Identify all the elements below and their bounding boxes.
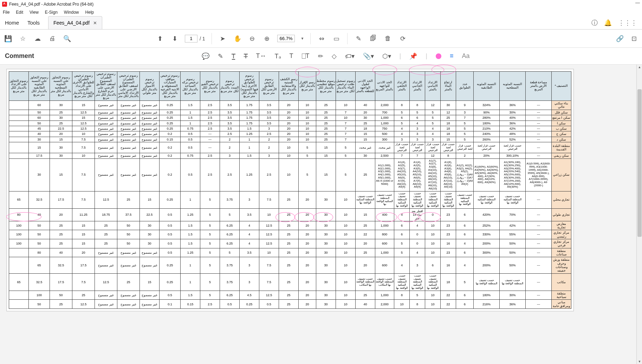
- attach-icon[interactable]: 📎▾: [363, 52, 374, 60]
- table-cell: [9, 131, 29, 137]
- pointer-icon[interactable]: ➤: [218, 34, 227, 43]
- row-category: سكن ا مرتفع: [552, 115, 571, 121]
- insert-text-icon[interactable]: Tₐ: [275, 52, 281, 60]
- apps-grid-icon[interactable]: ⋮⋮⋮: [618, 19, 637, 27]
- table-cell: 25: [50, 239, 72, 248]
- vertical-scrollbar[interactable]: ▲ ▼: [636, 65, 642, 364]
- save-icon[interactable]: 💾: [4, 34, 13, 43]
- rotate-icon[interactable]: ⟳: [398, 34, 407, 43]
- window-title-bar: Fees_A4_04.pdf - Adobe Acrobat Pro (64-b…: [0, 0, 642, 8]
- menu-window[interactable]: Window: [64, 10, 79, 15]
- table-cell: 12.5: [95, 191, 117, 208]
- table-cell: 4: [394, 126, 410, 131]
- table-cell: 2.5: [200, 300, 220, 309]
- scroll-up-icon[interactable]: ▲: [637, 65, 642, 69]
- strikethrough-icon[interactable]: T̶: [244, 52, 248, 60]
- row-category: منطقة صناعات: [552, 248, 571, 257]
- table-cell: 3: [410, 257, 425, 273]
- table-cell: 48%: [500, 131, 526, 137]
- zoom-out-icon[interactable]: ⊖: [248, 34, 257, 43]
- menu-file[interactable]: File: [3, 10, 9, 15]
- zoom-in-icon[interactable]: ⊕: [262, 34, 272, 43]
- help-icon[interactable]: ⓘ: [591, 19, 598, 27]
- file-tab[interactable]: Fees_A4_04.pdf ✕: [48, 16, 102, 29]
- table-cell: 40: [29, 208, 50, 221]
- note-icon[interactable]: 💬: [202, 52, 209, 60]
- organize-icon[interactable]: 🗐: [369, 34, 378, 43]
- table-cell: 5: [410, 291, 425, 300]
- star-icon[interactable]: ☆: [18, 34, 27, 43]
- cloud-icon[interactable]: ☁: [33, 34, 42, 43]
- table-cell: غير محدد: [356, 142, 375, 153]
- row-category: تجاري طولي: [552, 208, 571, 221]
- pdf-app-icon: [2, 2, 7, 7]
- row-category: سكن قلل: [552, 110, 571, 115]
- table-cell: 5: [336, 142, 356, 153]
- fit-width-icon[interactable]: ⇔: [317, 34, 326, 43]
- scrollbar-thumb[interactable]: [637, 89, 642, 237]
- underline-icon[interactable]: T̲: [232, 52, 235, 60]
- table-cell: 2.5: [200, 158, 220, 191]
- table-cell: 20: [299, 221, 316, 230]
- tab-home[interactable]: Home: [5, 20, 19, 26]
- col-header: الارتداد الخلفي بالمتر: [394, 72, 410, 101]
- replace-text-icon[interactable]: T↔: [256, 52, 266, 60]
- menu-edit[interactable]: Edit: [16, 10, 23, 15]
- hand-icon[interactable]: ✋: [233, 34, 242, 43]
- highlight-icon[interactable]: ✎: [218, 52, 223, 60]
- tab-tools[interactable]: Tools: [27, 20, 40, 26]
- page-input[interactable]: [185, 35, 197, 43]
- table-cell: غير مسموح: [117, 153, 140, 158]
- sign-icon[interactable]: ✎: [354, 34, 363, 43]
- search-icon[interactable]: 🔍: [63, 34, 72, 43]
- menu-esign[interactable]: E-Sign: [45, 10, 58, 15]
- table-cell: 5: [456, 273, 474, 291]
- share-icon[interactable]: 🔗: [615, 34, 624, 43]
- table-cell: 22.5: [140, 208, 160, 221]
- col-header: رسوم ترخيص القبو بالدينار لكل متر مربع: [200, 72, 220, 101]
- font-icon[interactable]: Aa: [462, 52, 469, 60]
- pencil-icon[interactable]: ✏: [318, 52, 323, 60]
- eraser-icon[interactable]: ◇: [332, 52, 337, 60]
- table-cell: 10: [299, 126, 316, 131]
- table-cell: حسب تصنيف المنطقة السكنيه الواقعة بها: [375, 191, 394, 208]
- table-cell: ---: [526, 153, 552, 158]
- bell-icon[interactable]: 🔔: [604, 19, 612, 27]
- col-header: مساحة قطعة الأرض بالمتر المربع: [526, 72, 552, 101]
- table-cell: 7.5: [259, 273, 279, 291]
- zoom-value[interactable]: 66.7%: [277, 35, 295, 42]
- scroll-down-icon[interactable]: ▼: [637, 360, 642, 363]
- table-cell: ---: [526, 121, 552, 126]
- table-cell: 1.75: [240, 115, 259, 121]
- menu-help[interactable]: Help: [85, 10, 94, 15]
- stamp-icon[interactable]: 🏷▾: [345, 52, 355, 60]
- trash-icon[interactable]: 🗑: [383, 34, 393, 43]
- page-down-icon[interactable]: ⬇: [170, 34, 179, 43]
- stroke-icon[interactable]: ≡: [450, 52, 454, 60]
- more-icon[interactable]: ⊡: [629, 34, 638, 43]
- textbox-icon[interactable]: ⎕T: [302, 52, 310, 60]
- pin-icon[interactable]: 📌: [409, 52, 417, 60]
- shapes-icon[interactable]: ⬡▾: [382, 52, 391, 60]
- table-cell: 30: [441, 101, 456, 110]
- page-layout-icon[interactable]: ▭: [332, 34, 341, 43]
- table-cell: 15: [72, 115, 95, 121]
- table-cell: غير مسموح: [117, 257, 140, 273]
- document-viewport[interactable]: التصنيف *مساحة قطعة الأرض بالمتر المربعا…: [0, 65, 642, 364]
- table-cell: 50: [29, 300, 50, 309]
- table-cell: غير مسموح: [117, 115, 140, 121]
- menu-view[interactable]: View: [30, 10, 39, 15]
- table-cell: 30: [316, 291, 336, 300]
- page-up-icon[interactable]: ⬆: [155, 34, 164, 43]
- text-icon[interactable]: T: [290, 52, 293, 60]
- table-cell: 10: [394, 300, 410, 309]
- color-swatch[interactable]: [436, 53, 441, 59]
- print-icon[interactable]: 🖨: [48, 34, 57, 43]
- table-cell: 6: [456, 208, 474, 221]
- table-cell: 30: [29, 137, 50, 142]
- table-cell: 7.5: [259, 191, 279, 208]
- chevron-down-icon[interactable]: ▼: [300, 37, 304, 40]
- minimize-button[interactable]: —: [635, 0, 640, 5]
- close-icon[interactable]: ✕: [93, 20, 97, 26]
- table-cell: 25: [279, 300, 299, 309]
